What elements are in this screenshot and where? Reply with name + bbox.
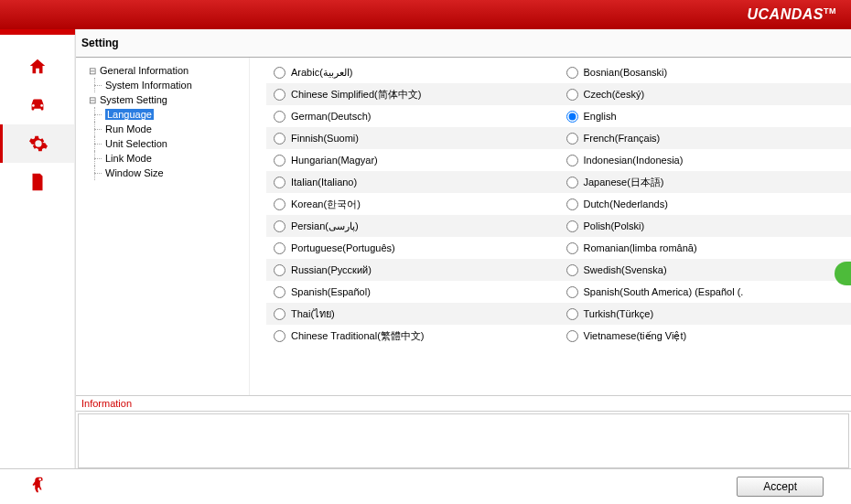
tree-item-label: Link Mode <box>105 153 152 164</box>
language-radio[interactable] <box>274 242 285 254</box>
tree-item[interactable]: Run Mode <box>80 122 245 136</box>
exit-button[interactable] <box>27 475 48 498</box>
language-label: Persian(پارسی) <box>291 220 359 232</box>
language-radio[interactable] <box>566 308 578 320</box>
language-label: Korean(한국어) <box>291 198 361 211</box>
language-radio[interactable] <box>566 177 578 188</box>
language-radio[interactable] <box>274 220 285 232</box>
home-icon <box>27 57 48 77</box>
language-option[interactable]: German(Deutsch) <box>266 105 559 127</box>
language-option[interactable]: Turkish(Türkçe) <box>559 303 852 325</box>
language-option[interactable]: Finnish(Suomi) <box>266 127 559 149</box>
language-radio[interactable] <box>274 67 285 79</box>
language-label: English <box>584 111 617 122</box>
language-option[interactable]: Chinese Simplified(简体中文) <box>266 83 559 105</box>
language-label: Arabic(العربية) <box>291 67 353 79</box>
tree-item-label: System Information <box>105 80 192 91</box>
language-radio[interactable] <box>566 133 578 145</box>
language-option[interactable]: Chinese Traditional(繁體中文) <box>266 325 559 347</box>
language-label: Hungarian(Magyar) <box>291 155 378 166</box>
language-radio[interactable] <box>274 177 285 188</box>
language-radio[interactable] <box>274 264 285 276</box>
language-label: Polish(Polski) <box>584 220 645 231</box>
language-option[interactable]: Thai(ไทย) <box>266 303 559 325</box>
language-radio[interactable] <box>274 198 285 210</box>
main-panel: Setting General InformationSystem Inform… <box>75 29 851 468</box>
language-label: Chinese Simplified(简体中文) <box>291 88 421 102</box>
sidebar-report-button[interactable] <box>0 163 74 201</box>
language-radio[interactable] <box>566 242 578 254</box>
content-area: General InformationSystem InformationSys… <box>76 58 851 395</box>
language-radio[interactable] <box>566 220 578 232</box>
language-radio[interactable] <box>566 198 578 210</box>
language-option[interactable]: Russian(Русский) <box>266 259 559 281</box>
sidebar-vehicle-button[interactable] <box>0 86 74 124</box>
language-radio[interactable] <box>274 286 285 298</box>
language-option[interactable]: Dutch(Nederlands) <box>559 193 852 215</box>
information-label: Information <box>76 396 851 412</box>
language-option[interactable]: Bosnian(Bosanski) <box>559 61 852 83</box>
document-icon <box>27 172 48 192</box>
language-option[interactable]: English <box>559 105 852 127</box>
language-label: Dutch(Nederlands) <box>584 198 668 209</box>
language-label: Japanese(日本語) <box>584 176 664 189</box>
language-option[interactable]: Swedish(Svenska) <box>559 259 852 281</box>
tree-item[interactable]: Unit Selection <box>80 136 245 151</box>
language-label: German(Deutsch) <box>291 111 371 122</box>
language-radio[interactable] <box>566 89 578 101</box>
language-option[interactable]: Czech(český) <box>559 83 852 105</box>
language-label: Spanish(Español) <box>291 286 371 297</box>
brand-tm: TM <box>824 6 836 16</box>
language-radio[interactable] <box>566 67 578 79</box>
language-radio[interactable] <box>566 286 578 298</box>
language-option[interactable]: Vietnamese(tiếng Việt) <box>559 325 852 347</box>
tree-item-label: Window Size <box>105 167 164 178</box>
language-option[interactable]: Arabic(العربية) <box>266 61 559 83</box>
language-option[interactable]: Persian(پارسی) <box>266 215 559 237</box>
language-option[interactable]: Portuguese(Português) <box>266 237 559 259</box>
language-options: Arabic(العربية)Chinese Simplified(简体中文)G… <box>250 58 851 395</box>
language-option[interactable]: Japanese(日本語) <box>559 171 852 193</box>
sidebar-settings-button[interactable] <box>0 124 74 163</box>
language-option[interactable]: Indonesian(Indonesia) <box>559 149 852 171</box>
tree-item[interactable]: Language <box>80 107 245 122</box>
brand-text: UCANDAS <box>748 6 824 22</box>
tree-group[interactable]: General Information <box>80 63 245 78</box>
language-label: Italian(Italiano) <box>291 177 357 188</box>
brand-logo: UCANDASTM <box>748 6 837 23</box>
language-radio[interactable] <box>566 330 578 342</box>
exit-icon <box>27 475 48 495</box>
tree-item[interactable]: Link Mode <box>80 151 245 166</box>
language-radio[interactable] <box>274 330 285 342</box>
language-option[interactable]: Spanish(South America) (Español (. <box>559 281 852 303</box>
language-radio[interactable] <box>566 111 578 123</box>
language-radio[interactable] <box>274 111 285 123</box>
footer: Accept <box>0 468 851 503</box>
language-option[interactable]: Polish(Polski) <box>559 215 852 237</box>
language-option[interactable]: Romanian(limba română) <box>559 237 852 259</box>
language-radio[interactable] <box>274 89 285 101</box>
page-title: Setting <box>76 29 851 58</box>
language-label: French(Français) <box>584 133 661 144</box>
accept-button[interactable]: Accept <box>737 477 824 497</box>
language-radio[interactable] <box>566 264 578 276</box>
language-label: Russian(Русский) <box>291 264 372 275</box>
language-option[interactable]: Spanish(Español) <box>266 281 559 303</box>
language-radio[interactable] <box>566 155 578 166</box>
sidebar-home-button[interactable] <box>0 48 74 86</box>
language-option[interactable]: Italian(Italiano) <box>266 171 559 193</box>
language-label: Turkish(Türkçe) <box>584 308 654 319</box>
language-radio[interactable] <box>274 133 285 145</box>
language-label: Portuguese(Português) <box>291 242 395 253</box>
language-radio[interactable] <box>274 155 285 166</box>
information-textarea[interactable] <box>78 413 849 468</box>
language-option[interactable]: French(Français) <box>559 127 852 149</box>
tree-group[interactable]: System Setting <box>80 92 245 107</box>
tree-item[interactable]: System Information <box>80 78 245 92</box>
language-radio[interactable] <box>274 308 285 320</box>
language-label: Indonesian(Indonesia) <box>584 155 684 166</box>
language-option[interactable]: Korean(한국어) <box>266 193 559 215</box>
language-label: Finnish(Suomi) <box>291 133 359 144</box>
language-option[interactable]: Hungarian(Magyar) <box>266 149 559 171</box>
tree-item[interactable]: Window Size <box>80 166 245 180</box>
